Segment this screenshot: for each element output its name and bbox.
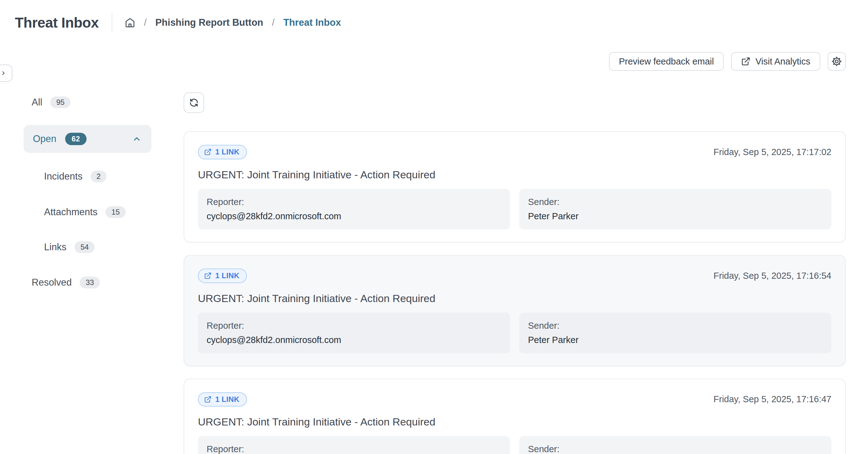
sidebar-item-all[interactable]: All 95	[24, 92, 151, 112]
reporter-label: Reporter:	[207, 321, 501, 331]
sender-value: Peter Parker	[528, 211, 823, 221]
links-badge-label: 1 LINK	[215, 148, 240, 157]
reporter-label: Reporter:	[207, 197, 501, 207]
links-badge[interactable]: 1 LINK	[198, 392, 247, 407]
breadcrumb-home[interactable]	[125, 18, 135, 28]
links-badge-label: 1 LINK	[215, 395, 240, 404]
threat-inbox-screen: Threat Inbox / Phishing Report Button / …	[0, 0, 868, 454]
email-subject: URGENT: Joint Training Initiative - Acti…	[198, 416, 831, 428]
links-badge[interactable]: 1 LINK	[198, 145, 247, 159]
reporter-value: cyclops@28kfd2.onmicrosoft.com	[207, 211, 501, 221]
report-info-row: Reporter: cyclops@28kfd2.onmicrosoft.com…	[198, 189, 831, 229]
report-timestamp: Friday, Sep 5, 2025, 17:17:02	[714, 147, 831, 157]
sidebar-item-attachments-label: Attachments	[44, 206, 97, 218]
sender-box: Sender: Peter Parker	[519, 313, 831, 353]
filter-sidebar: All 95 Open 62 Incidents 2 Attachments 1…	[24, 92, 151, 292]
sidebar-item-resolved[interactable]: Resolved 33	[24, 272, 151, 292]
visit-analytics-button[interactable]: Visit Analytics	[731, 52, 820, 71]
breadcrumb-item-current: Threat Inbox	[283, 17, 341, 28]
settings-button[interactable]	[828, 52, 846, 71]
sidebar-item-resolved-label: Resolved	[32, 277, 72, 288]
breadcrumb: / Phishing Report Button / Threat Inbox	[125, 17, 341, 28]
threat-card[interactable]: 1 LINK Friday, Sep 5, 2025, 17:16:54 URG…	[184, 255, 846, 366]
toolbar-actions: Preview feedback email Visit Analytics	[609, 52, 846, 71]
home-icon	[125, 18, 135, 28]
sidebar-item-all-count: 95	[50, 96, 70, 108]
sidebar-item-links[interactable]: Links 54	[24, 237, 151, 257]
email-subject: URGENT: Joint Training Initiative - Acti…	[198, 169, 831, 181]
sidebar-item-all-label: All	[32, 97, 42, 108]
threat-card[interactable]: 1 LINK Friday, Sep 5, 2025, 17:16:47 URG…	[184, 379, 846, 454]
sender-label: Sender:	[528, 197, 823, 207]
visit-analytics-label: Visit Analytics	[755, 57, 810, 67]
sidebar-item-resolved-count: 33	[80, 277, 100, 288]
report-timestamp: Friday, Sep 5, 2025, 17:16:54	[714, 271, 831, 281]
threat-card-header: 1 LINK Friday, Sep 5, 2025, 17:16:47	[198, 392, 831, 407]
sender-box: Sender: Peter Parker	[519, 436, 831, 454]
sidebar-item-open-label: Open	[33, 133, 57, 144]
sidebar-item-incidents-label: Incidents	[44, 171, 83, 182]
sidebar-collapse-button[interactable]	[0, 65, 12, 82]
breadcrumb-item-parent[interactable]: Phishing Report Button	[155, 17, 264, 28]
refresh-button[interactable]	[184, 92, 204, 113]
preview-feedback-email-label: Preview feedback email	[619, 57, 714, 67]
reporter-box: Reporter: cyclops@28kfd2.onmicrosoft.com	[198, 313, 510, 353]
sidebar-item-open[interactable]: Open 62	[24, 125, 151, 153]
breadcrumb-separator: /	[144, 17, 147, 28]
external-link-icon	[741, 57, 750, 66]
chevron-right-icon	[0, 70, 6, 76]
sidebar-item-links-label: Links	[44, 241, 66, 253]
sidebar-item-links-count: 54	[74, 241, 95, 253]
report-timestamp: Friday, Sep 5, 2025, 17:16:47	[714, 394, 831, 404]
links-badge-label: 1 LINK	[215, 271, 240, 280]
threat-card-list: 1 LINK Friday, Sep 5, 2025, 17:17:02 URG…	[184, 131, 846, 454]
reporter-box: Reporter: cyclops@28kfd2.onmicrosoft.com	[198, 436, 510, 454]
sidebar-item-attachments-count: 15	[105, 206, 126, 218]
report-info-row: Reporter: cyclops@28kfd2.onmicrosoft.com…	[198, 436, 831, 454]
threat-card-header: 1 LINK Friday, Sep 5, 2025, 17:16:54	[198, 268, 831, 283]
sender-label: Sender:	[528, 321, 823, 331]
threat-card[interactable]: 1 LINK Friday, Sep 5, 2025, 17:17:02 URG…	[184, 131, 846, 242]
refresh-icon	[189, 98, 199, 108]
threat-card-header: 1 LINK Friday, Sep 5, 2025, 17:17:02	[198, 145, 831, 159]
report-info-row: Reporter: cyclops@28kfd2.onmicrosoft.com…	[198, 313, 831, 353]
sender-value: Peter Parker	[528, 335, 823, 345]
page-header: Threat Inbox / Phishing Report Button / …	[15, 13, 341, 32]
email-subject: URGENT: Joint Training Initiative - Acti…	[198, 292, 831, 304]
breadcrumb-separator: /	[272, 17, 275, 28]
chevron-up-icon	[132, 134, 142, 143]
external-link-icon	[204, 396, 212, 403]
sender-label: Sender:	[528, 444, 823, 454]
threat-list-panel: 1 LINK Friday, Sep 5, 2025, 17:17:02 URG…	[184, 92, 846, 454]
sidebar-item-incidents-count: 2	[91, 170, 106, 182]
links-badge[interactable]: 1 LINK	[198, 268, 247, 283]
sender-box: Sender: Peter Parker	[519, 189, 831, 229]
preview-feedback-email-button[interactable]: Preview feedback email	[609, 52, 724, 71]
gear-icon	[831, 56, 842, 67]
header-divider	[112, 13, 112, 32]
reporter-value: cyclops@28kfd2.onmicrosoft.com	[207, 335, 501, 345]
reporter-label: Reporter:	[207, 444, 501, 454]
sidebar-item-open-count: 62	[65, 133, 87, 145]
sidebar-item-incidents[interactable]: Incidents 2	[24, 166, 151, 186]
reporter-box: Reporter: cyclops@28kfd2.onmicrosoft.com	[198, 189, 510, 229]
external-link-icon	[204, 272, 212, 280]
external-link-icon	[204, 148, 212, 156]
sidebar-item-attachments[interactable]: Attachments 15	[24, 202, 151, 222]
page-title: Threat Inbox	[15, 14, 99, 31]
